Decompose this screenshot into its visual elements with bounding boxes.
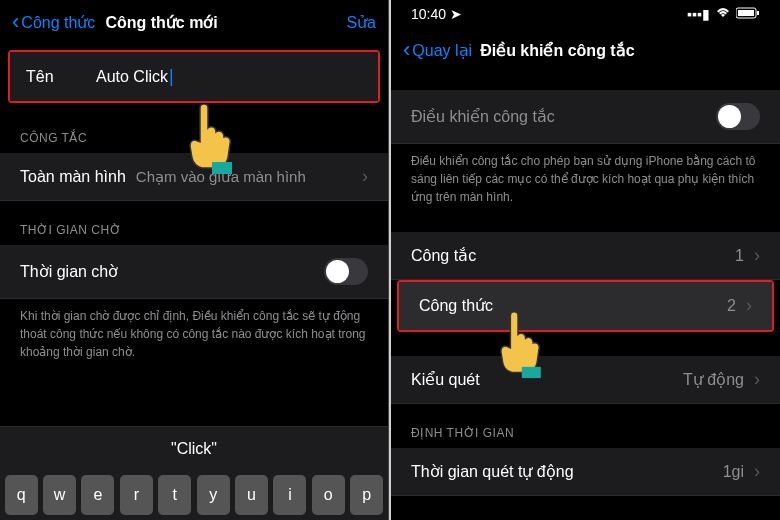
name-input-value[interactable]: Auto Click| (96, 66, 174, 87)
nav-title-right: Điều khiển công tắc (480, 41, 768, 60)
status-right: ▪▪▪▮ (687, 6, 760, 22)
scan-style-value: Tự động (683, 370, 744, 389)
back-label: Công thức (21, 13, 95, 32)
key-u[interactable]: u (235, 475, 268, 515)
recipes-value: 2 (727, 297, 736, 315)
timeout-note: Khi thời gian chờ được chỉ định, Điều kh… (0, 299, 388, 369)
svg-rect-4 (522, 367, 541, 378)
phone-left: ‹ Công thức Công thức mới Sửa Tên Auto C… (0, 0, 389, 520)
chevron-right-icon: › (754, 461, 760, 482)
edit-button[interactable]: Sửa (346, 13, 376, 32)
chevron-right-icon: › (754, 245, 760, 266)
recipes-cell[interactable]: Công thức 2 › (399, 282, 772, 330)
name-input-text: Auto Click (96, 68, 168, 85)
key-t[interactable]: t (158, 475, 191, 515)
timeout-cell[interactable]: Thời gian chờ (0, 245, 388, 299)
nav-bar-right: ‹ Quay lại Điều khiển công tắc (391, 28, 780, 72)
auto-scan-value: 1gi (723, 463, 744, 481)
key-o[interactable]: o (312, 475, 345, 515)
svg-rect-1 (738, 10, 754, 16)
chevron-right-icon: › (746, 295, 752, 316)
suggestion-item[interactable]: "Click" (171, 440, 217, 458)
recipes-label: Công thức (419, 296, 493, 315)
key-i[interactable]: i (273, 475, 306, 515)
hand-pointer-icon (491, 312, 544, 379)
text-cursor: | (169, 66, 174, 86)
name-label: Tên (26, 68, 96, 86)
timeout-toggle[interactable] (324, 258, 368, 285)
battery-icon (736, 6, 760, 22)
toggle-knob (718, 105, 741, 128)
toggle-knob (326, 260, 349, 283)
switch-control-toggle[interactable] (716, 103, 760, 130)
key-q[interactable]: q (5, 475, 38, 515)
svg-rect-2 (757, 11, 759, 15)
nav-title: Công thức mới (105, 13, 346, 32)
section-timeout-header: THỜI GIAN CHỜ (0, 201, 388, 245)
switch-control-cell[interactable]: Điều khiển công tắc (391, 90, 780, 144)
section-timing-header: ĐỊNH THỜI GIAN (391, 404, 780, 448)
key-e[interactable]: e (81, 475, 114, 515)
auto-scan-cell[interactable]: Thời gian quét tự động 1gi › (391, 448, 780, 496)
name-input-highlight: Tên Auto Click| (8, 50, 380, 103)
hand-pointer-icon (180, 104, 236, 174)
scan-style-label: Kiểu quét (411, 370, 480, 389)
back-button-right[interactable]: ‹ Quay lại (403, 39, 472, 61)
chevron-right-icon: › (754, 369, 760, 390)
switches-label: Công tắc (411, 246, 476, 265)
phone-right: 10:40 ➤ ▪▪▪▮ ‹ Quay lại Điều khiển công … (391, 0, 780, 520)
timeout-label: Thời gian chờ (20, 262, 118, 281)
switch-control-note: Điều khiển công tắc cho phép bạn sử dụng… (391, 144, 780, 214)
status-bar: 10:40 ➤ ▪▪▪▮ (391, 0, 780, 28)
chevron-left-icon: ‹ (403, 39, 410, 61)
switches-cell[interactable]: Công tắc 1 › (391, 232, 780, 280)
scan-style-cell[interactable]: Kiểu quét Tự động › (391, 356, 780, 404)
key-w[interactable]: w (43, 475, 76, 515)
status-time: 10:40 ➤ (411, 6, 462, 22)
svg-rect-3 (212, 162, 232, 174)
name-input-row[interactable]: Tên Auto Click| (10, 52, 378, 101)
recipes-highlight: Công thức 2 › (397, 280, 774, 332)
chevron-left-icon: ‹ (12, 11, 19, 33)
fullscreen-label: Toàn màn hình (20, 168, 126, 186)
chevron-right-icon: › (362, 166, 368, 187)
key-y[interactable]: y (197, 475, 230, 515)
fullscreen-value: Chạm vào giữa màn hình (136, 168, 358, 186)
suggestion-bar: "Click" (0, 426, 388, 470)
switches-value: 1 (735, 247, 744, 265)
key-r[interactable]: r (120, 475, 153, 515)
switch-control-label: Điều khiển công tắc (411, 107, 555, 126)
nav-bar: ‹ Công thức Công thức mới Sửa (0, 0, 388, 44)
wifi-icon (715, 6, 731, 22)
signal-icon: ▪▪▪▮ (687, 6, 710, 22)
back-button[interactable]: ‹ Công thức (12, 11, 95, 33)
location-icon: ➤ (450, 6, 462, 22)
keyboard: q w e r t y u i o p (0, 470, 388, 520)
auto-scan-label: Thời gian quét tự động (411, 462, 574, 481)
back-label-right: Quay lại (412, 41, 472, 60)
key-p[interactable]: p (350, 475, 383, 515)
